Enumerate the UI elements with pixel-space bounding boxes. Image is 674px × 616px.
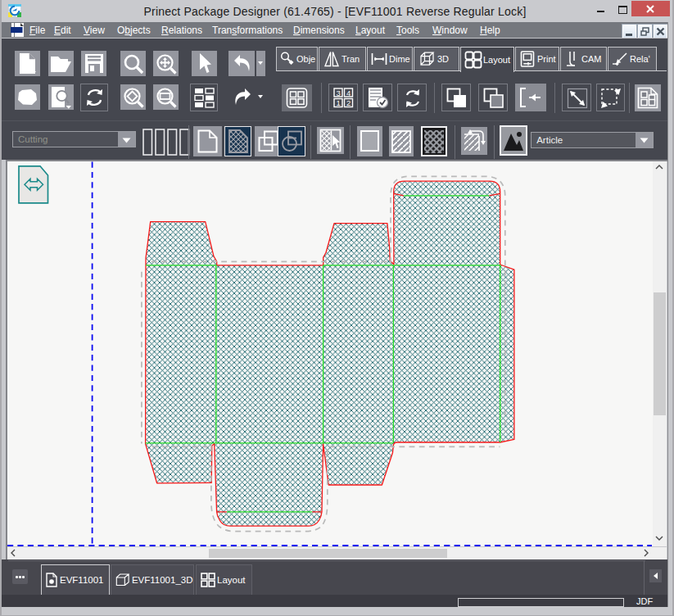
svg-text:3: 3 (337, 88, 341, 97)
svg-text:4: 4 (346, 88, 351, 97)
svg-text:2: 2 (346, 98, 351, 107)
svg-text:1: 1 (337, 98, 341, 107)
